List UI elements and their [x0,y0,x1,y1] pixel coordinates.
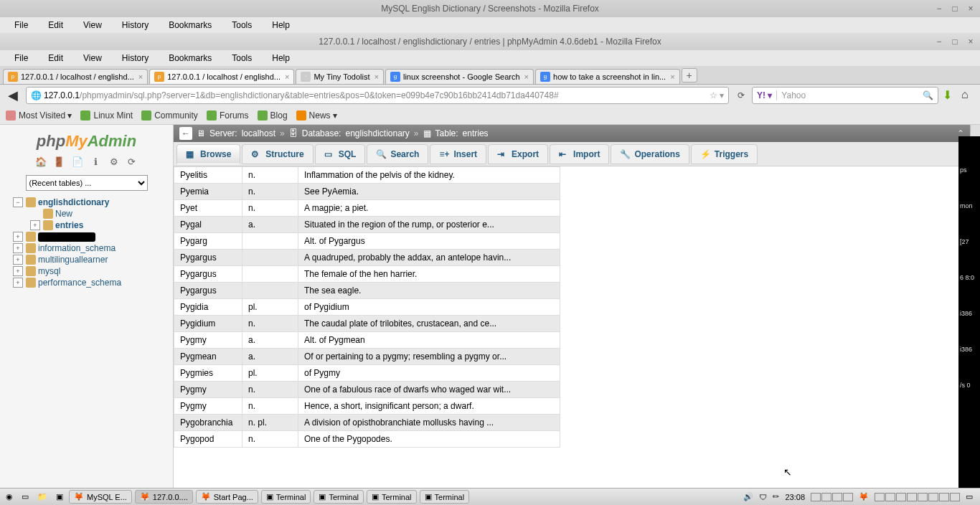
tree-item[interactable]: + [3,231,170,242]
tab-close-icon[interactable]: × [670,72,674,81]
table-row[interactable]: Pyetn.A magpie; a piet. [174,200,560,217]
firefox-tray-icon[interactable]: 🦊 [859,492,869,501]
terminal-launcher-icon[interactable]: ▣ [53,492,66,501]
tree-toggle-icon[interactable]: + [13,255,23,265]
pen-icon[interactable]: ✏ [773,492,779,501]
menu-view[interactable]: View [75,19,110,32]
browser-tab[interactable]: ·My Tiny Todolist× [296,69,384,84]
taskbar-window-button[interactable]: ▣Terminal [420,490,470,504]
menu-bookmarks[interactable]: Bookmarks [160,52,220,65]
table-row[interactable]: Pygmeana.Of or pertaining to a pygmy; re… [174,349,560,365]
pma-tab-insert[interactable]: ≡+Insert [430,144,486,164]
table-row[interactable]: Pygidiumn.The caudal plate of trilobites… [174,316,560,332]
sql-icon[interactable]: 📄 [71,156,84,169]
bookmark-item[interactable]: Forums [207,110,249,121]
table-row[interactable]: Pygmya.Alt. of Pygmean [174,332,560,349]
menu-tools[interactable]: Tools [223,52,260,65]
reload-button[interactable]: ⟳ [735,90,748,100]
menu-file[interactable]: File [6,52,37,65]
taskbar-window-button[interactable]: 🦊Start Pag... [196,490,258,504]
new-tab-button[interactable]: + [682,68,697,82]
menu-edit[interactable]: Edit [39,19,72,32]
table-row[interactable]: Pygidiapl.of Pygidium [174,299,560,316]
volume-icon[interactable]: 🔊 [743,492,753,501]
menu-edit[interactable]: Edit [39,52,72,65]
menu-bookmarks[interactable]: Bookmarks [160,19,220,32]
recent-tables-select[interactable]: (Recent tables) ... [26,175,148,191]
close-icon[interactable]: × [966,37,976,47]
breadcrumb-table[interactable]: entries [463,128,489,138]
pma-tab-structure[interactable]: ⚙Structure [242,144,313,164]
menu-help[interactable]: Help [263,19,298,32]
workspace-switcher[interactable] [811,493,853,501]
menu-history[interactable]: History [113,19,157,32]
tree-item[interactable]: −englishdictionary [3,197,170,208]
pma-tab-search[interactable]: 🔍Search [367,144,428,164]
table-row[interactable]: PygargAlt. of Pygargus [174,233,560,250]
files-icon[interactable]: 📁 [34,492,50,501]
taskbar-window-button[interactable]: ▣Terminal [314,490,364,504]
clock[interactable]: 23:08 [785,493,805,501]
bookmark-item[interactable]: Linux Mint [80,110,133,121]
table-row[interactable]: Pygala.Situated in the region of the rum… [174,217,560,233]
menu-tools[interactable]: Tools [223,19,260,32]
table-row[interactable]: Pyelitisn.Inflammation of the pelvis of … [174,167,560,184]
bookmark-item[interactable]: Most Visited ▾ [6,110,72,121]
taskbar-window-button[interactable]: 🦊127.0.0.... [135,490,193,504]
taskbar-window-button[interactable]: ▣Terminal [367,490,417,504]
bookmark-item[interactable]: Blog [258,110,288,121]
tree-toggle-icon[interactable]: + [13,232,23,242]
browser-tab[interactable]: glinux screenshot - Google Search× [385,69,534,84]
breadcrumb-back-icon[interactable]: ← [179,127,192,140]
tree-item[interactable]: +information_schema [3,242,170,254]
search-icon[interactable]: 🔍 [923,90,933,100]
window-list-icon[interactable]: ▭ [966,492,973,501]
table-row[interactable]: Pygmyn.One of a fabulous race of dwarfs … [174,382,560,398]
bookmark-item[interactable]: News ▾ [296,110,337,121]
reload-icon[interactable]: ⟳ [126,156,138,169]
docs-icon[interactable]: ℹ [89,156,102,169]
settings-icon[interactable]: ⚙ [108,156,121,169]
shield-icon[interactable]: 🛡 [759,493,767,501]
dropdown-icon[interactable]: ☆ ▾ [710,90,724,100]
table-row[interactable]: Pygmiespl.of Pygmy [174,365,560,382]
show-desktop-icon[interactable]: ▭ [19,492,32,501]
minimize-icon[interactable]: − [934,37,944,47]
menu-icon[interactable]: ◉ [3,492,16,501]
pma-tab-browse[interactable]: ▦Browse [176,144,240,164]
tree-toggle-icon[interactable]: + [13,278,23,288]
table-row[interactable]: Pygobranchian. pl.A division of opisthob… [174,415,560,431]
logout-icon[interactable]: 🚪 [52,156,65,169]
tree-toggle-icon[interactable]: + [30,220,40,230]
tree-toggle-icon[interactable]: − [13,197,23,207]
tab-close-icon[interactable]: × [374,72,379,81]
table-row[interactable]: Pyemian.See PyAemia. [174,184,560,200]
table-row[interactable]: Pygmyn.Hence, a short, insignificant per… [174,398,560,415]
tree-item[interactable]: +entries [3,220,170,231]
workspace-switcher-2[interactable] [875,493,960,501]
tree-item[interactable]: +mysql [3,265,170,277]
pma-tab-export[interactable]: ⇥Export [488,144,548,164]
tree-item[interactable]: +performance_schema [3,277,170,288]
breadcrumb-server[interactable]: localhost [242,128,275,138]
back-button[interactable]: ◀ [4,87,22,104]
home-icon[interactable]: 🏠 [34,156,47,169]
menu-file[interactable]: File [6,19,37,32]
pma-tab-operations[interactable]: 🔧Operations [611,144,689,164]
maximize-icon[interactable]: □ [950,37,960,47]
tree-toggle-icon[interactable]: + [13,243,23,253]
pma-tab-sql[interactable]: ▭SQL [315,144,366,164]
menu-view[interactable]: View [75,52,110,65]
browser-tab[interactable]: p127.0.0.1 / localhost / englishd...× [3,69,148,84]
pma-tab-import[interactable]: ⇤Import [550,144,609,164]
menu-help[interactable]: Help [263,52,298,65]
breadcrumb-database[interactable]: englishdictionary [345,128,409,138]
downloads-icon[interactable]: ⬇ [943,88,957,103]
tab-close-icon[interactable]: × [285,72,289,81]
search-input[interactable]: Y! ▾ Yahoo 🔍 [752,87,938,104]
table-row[interactable]: Pygopodn.One of the Pygopodes. [174,431,560,448]
table-row[interactable]: PygargusA quadruped, probably the addax,… [174,250,560,266]
tree-item[interactable]: New [3,208,170,220]
tab-close-icon[interactable]: × [138,72,143,81]
search-engine-selector[interactable]: Y! ▾ [757,90,777,100]
